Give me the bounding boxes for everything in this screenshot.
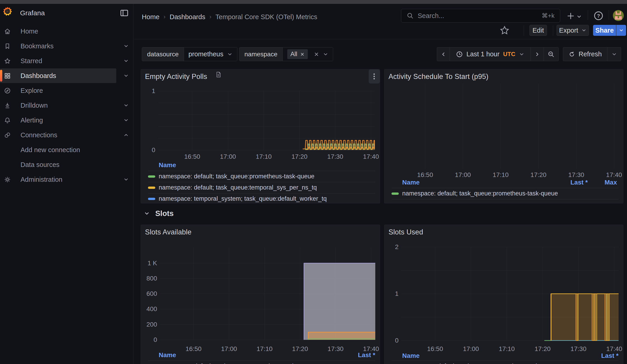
time-forward-button[interactable] <box>531 47 544 61</box>
sidebar-item-explore[interactable]: Explore <box>0 83 133 98</box>
chevron-down-icon[interactable] <box>123 58 129 64</box>
svg-text:17:00: 17:00 <box>455 171 471 178</box>
legend-series-swatch[interactable] <box>391 193 399 195</box>
legend-series-label[interactable]: namespace: default; task_queue:prometheu… <box>159 363 314 364</box>
compass-icon <box>4 87 11 94</box>
search-shortcut: ⌘+k <box>542 12 555 19</box>
zoom-out-button[interactable] <box>544 47 559 61</box>
share-chevron-button[interactable] <box>616 25 626 36</box>
sidebar-item-administration[interactable]: Administration <box>0 172 133 187</box>
home-icon <box>4 28 11 35</box>
refresh-button[interactable]: Refresh <box>563 47 607 61</box>
panel-title[interactable]: Slots Used <box>388 228 423 236</box>
time-back-button[interactable] <box>437 47 450 61</box>
breadcrumb-separator-icon: › <box>209 13 212 20</box>
datasource-filter: datasource prometheus <box>142 47 237 61</box>
legend-series-swatch[interactable] <box>148 187 155 189</box>
dock-sidebar-icon[interactable] <box>120 9 129 17</box>
edit-button[interactable]: Edit <box>529 25 547 36</box>
sidebar-item-label: Administration <box>20 176 62 183</box>
sidebar-item-dashboards[interactable]: Dashboards <box>0 68 116 83</box>
svg-text:16:50: 16:50 <box>417 171 433 178</box>
datasource-filter-value[interactable]: prometheus <box>184 48 237 61</box>
panel-title[interactable]: Slots Available <box>145 228 192 236</box>
add-icon[interactable] <box>567 12 575 20</box>
svg-text:16:50: 16:50 <box>427 345 443 352</box>
refresh-interval-button[interactable] <box>607 47 621 61</box>
zoom-out-icon <box>548 51 555 58</box>
search-icon <box>407 12 414 19</box>
svg-text:1 K: 1 K <box>148 260 157 267</box>
chevron-down-icon[interactable] <box>123 117 129 123</box>
breadcrumb-dashboards[interactable]: Dashboards <box>170 13 205 21</box>
chevron-down-icon[interactable] <box>123 103 129 108</box>
datasource-chevron-down-icon <box>227 52 233 57</box>
panel-description-icon[interactable] <box>215 71 222 78</box>
svg-text:17:40: 17:40 <box>363 153 379 160</box>
pill-remove-icon[interactable] <box>300 52 305 56</box>
sidebar-item-data-sources[interactable]: Data sources <box>0 157 133 172</box>
legend-series-label[interactable]: namespace: default; task_queue:prometheu… <box>402 190 558 197</box>
legend-series-swatch[interactable] <box>148 175 155 178</box>
export-chevron-down-icon <box>581 28 586 33</box>
legend-series-label[interactable]: namespace: default; task_queue:prometheu… <box>402 363 558 364</box>
chart-plot: 1016:5017:0017:1017:2017:3017:40 <box>141 69 380 204</box>
add-chevron-down-icon[interactable] <box>576 14 582 19</box>
legend-series-label[interactable]: namespace: temporal_system; task_queue:d… <box>159 195 327 202</box>
dashboard-canvas: datasource prometheus namespace All <box>133 39 627 364</box>
brand-name[interactable]: Grafana <box>20 4 45 22</box>
row-section-slots[interactable]: Slots <box>144 209 174 218</box>
chevron-down-icon[interactable] <box>123 73 129 78</box>
help-icon[interactable]: ? <box>593 11 604 21</box>
legend-separator <box>148 171 375 171</box>
legend-column-last[interactable]: Last * <box>384 352 619 360</box>
refresh-controls: Refresh <box>563 47 621 61</box>
avatar[interactable] <box>613 10 624 21</box>
search-placeholder: Search... <box>418 12 538 20</box>
svg-text:17:40: 17:40 <box>606 171 622 178</box>
namespace-clear-icon[interactable] <box>314 52 319 57</box>
favorite-star-icon[interactable] <box>500 25 510 35</box>
sidebar-item-alerting[interactable]: Alerting <box>0 113 133 127</box>
panel-title[interactable]: Activity Schedule To Start (p95) <box>388 73 488 81</box>
legend-series-label[interactable]: namespace: default; task_queue:prometheu… <box>159 173 314 180</box>
panel-title[interactable]: Empty Activity Polls <box>145 73 207 81</box>
share-button[interactable]: Share <box>593 25 616 36</box>
legend-column-name[interactable]: Name <box>159 161 176 169</box>
search-input[interactable]: Search... ⌘+k <box>401 9 560 23</box>
namespace-filter-value[interactable]: All <box>283 48 333 61</box>
grafana-logo-icon[interactable] <box>3 6 12 17</box>
svg-text:17:10: 17:10 <box>499 345 515 352</box>
breadcrumb-home[interactable]: Home <box>142 13 159 21</box>
sidebar-item-label: Home <box>20 28 38 35</box>
export-button[interactable]: Export <box>557 25 589 36</box>
window-title-strip <box>0 0 627 4</box>
time-range-button[interactable]: Last 1 hour UTC <box>450 47 531 61</box>
sidebar-item-connections[interactable]: Connections <box>0 128 133 142</box>
legend-column-last[interactable]: Last * <box>141 352 375 359</box>
bell-icon <box>4 117 11 124</box>
legend-series-label[interactable]: namespace: default; task_queue:temporal_… <box>159 184 317 191</box>
svg-text:2: 2 <box>395 243 399 250</box>
legend-series-swatch[interactable] <box>148 198 155 200</box>
timezone-label: UTC <box>503 51 515 58</box>
legend-column-max[interactable]: Max <box>384 179 617 186</box>
svg-text:17:10: 17:10 <box>493 171 509 178</box>
chevron-down-icon[interactable] <box>123 43 129 49</box>
svg-text:17:20: 17:20 <box>535 345 551 352</box>
sidebar-item-bookmarks[interactable]: Bookmarks <box>0 39 133 53</box>
chevron-down-icon[interactable] <box>123 177 129 182</box>
panel-menu-button[interactable] <box>369 69 380 84</box>
sidebar-item-add-new-connection[interactable]: Add new connection <box>0 143 133 157</box>
sidebar-item-drilldown[interactable]: Drilldown <box>0 98 133 113</box>
legend-separator <box>391 188 619 188</box>
legend-separator <box>391 199 619 199</box>
sidebar-item-starred[interactable]: Starred <box>0 53 133 68</box>
toolbar-divider <box>553 25 553 36</box>
svg-text:17:10: 17:10 <box>256 153 272 160</box>
svg-text:0: 0 <box>152 146 155 154</box>
namespace-all-pill[interactable]: All <box>287 49 308 59</box>
panel-slots-used: 21016:5017:0017:1017:2017:3017:40Slots U… <box>384 225 623 364</box>
chevron-up-icon[interactable] <box>123 132 129 138</box>
sidebar-item-home[interactable]: Home <box>0 24 133 39</box>
